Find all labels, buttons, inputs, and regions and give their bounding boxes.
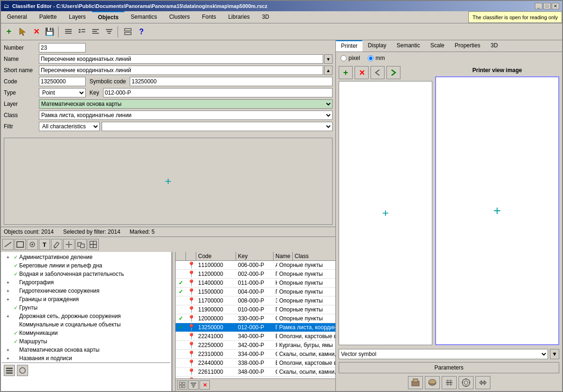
vertical-splitter[interactable]: ⋮ — [172, 252, 176, 391]
table-body[interactable]: 📍 11100000 006-000-P Астрономический пун… — [176, 261, 335, 378]
tab-clusters[interactable]: Clusters — [163, 11, 196, 23]
tree-item-names[interactable]: + ✓ Названия и подписи — [2, 354, 170, 362]
col-hdr-name[interactable]: Name — [274, 252, 293, 260]
bottom-icon-3[interactable] — [442, 376, 457, 389]
layers-button[interactable] — [122, 26, 134, 38]
table-clear-btn[interactable]: ✕ — [200, 380, 210, 390]
tab-3d-right[interactable]: 3D — [485, 40, 503, 52]
symbolic-code-input[interactable] — [130, 77, 333, 86]
tree-item-admin[interactable]: + ✓ Административное деление — [2, 253, 170, 261]
tab-3d[interactable]: 3D — [256, 11, 275, 23]
col-hdr-code[interactable]: Code — [196, 252, 236, 260]
tree-item-routes[interactable]: + ✓ Маршруты — [2, 337, 170, 346]
table-row[interactable]: 📍 11700000 008-000-P Знак межевой гранич… — [176, 296, 335, 305]
name-scroll-down[interactable]: ▼ — [324, 54, 333, 64]
table-row[interactable]: ✓ 📍 12000000 330-000-P Отметки высот Опо… — [176, 314, 335, 323]
tree-item-coast[interactable]: + ✓ Береговые линии и рельеф дна — [2, 261, 170, 270]
tab-semantics[interactable]: Semantics — [125, 11, 163, 23]
list2-button[interactable] — [76, 26, 88, 38]
tree-item-grunt[interactable]: - ✓ Грунты — [2, 303, 170, 312]
layer-select[interactable]: Математическая основа карты — [39, 99, 333, 109]
table-filter-btn[interactable] — [188, 380, 199, 390]
radio-mm-label[interactable]: mm — [368, 55, 385, 61]
list1-button[interactable] — [62, 26, 74, 38]
code-input[interactable] — [39, 77, 86, 86]
close-button[interactable]: ✕ — [552, 3, 559, 9]
tree-item-roads[interactable]: + ✓ Дорожная сеть, дорожные сооружения — [2, 312, 170, 320]
tab-semantic[interactable]: Semantic — [392, 40, 425, 52]
table-row[interactable]: 📍 22310000 334-000-P Скала - останец Ска… — [176, 350, 335, 359]
minimize-button[interactable]: _ — [535, 3, 542, 9]
tab-display[interactable]: Display — [363, 40, 391, 52]
tab-fonts[interactable]: Fonts — [196, 11, 222, 23]
tab-printer[interactable]: Printer — [336, 40, 363, 52]
table-row[interactable]: ✓ 📍 11400000 011-000-P Нивелирная марка,… — [176, 279, 335, 288]
tree-list-btn[interactable] — [4, 365, 15, 376]
table-row[interactable]: 📍 22440000 338-000-P Выход подземных газ… — [176, 359, 335, 368]
radio-pixel[interactable] — [341, 55, 347, 61]
table-row[interactable]: 📍 11900000 010-000-P Пункт закрепления с… — [176, 305, 335, 314]
table-row[interactable]: 📍 22611000 348-000-P Скопление камней Ск… — [176, 368, 335, 377]
table-grid-btn[interactable] — [177, 380, 187, 390]
draw-rect-btn[interactable] — [15, 239, 26, 250]
cursor-button[interactable] — [16, 26, 29, 38]
vector-symbol-select[interactable]: Vector symbol — [339, 349, 548, 359]
table-row[interactable]: 📍 22241000 340-000-P Воронка карстовая, … — [176, 332, 335, 341]
help-button[interactable]: ? — [135, 26, 148, 38]
tab-palette[interactable]: Palette — [33, 11, 63, 23]
col-hdr-key[interactable]: Key — [236, 252, 274, 260]
type-select[interactable]: Point — [39, 88, 86, 97]
draw-cross-btn[interactable] — [63, 239, 74, 250]
bottom-icon-1[interactable] — [408, 376, 423, 389]
tab-properties[interactable]: Properties — [450, 40, 486, 52]
draw-group-btn[interactable] — [88, 239, 99, 250]
tab-general[interactable]: General — [1, 11, 33, 23]
bottom-icon-target[interactable] — [459, 376, 474, 389]
name-input[interactable] — [39, 54, 323, 64]
back-printer-btn[interactable] — [370, 66, 385, 79]
filtr-value-select[interactable] — [102, 122, 333, 131]
list3-button[interactable] — [89, 26, 102, 38]
table-row-selected[interactable]: ✓ 📍 13250000 012-000-P Пересечение коорд… — [176, 323, 335, 332]
forward-printer-btn[interactable] — [386, 66, 400, 79]
key-input[interactable] — [103, 88, 333, 97]
short-name-scroll-up[interactable]: ▲ — [324, 66, 333, 75]
tab-objects[interactable]: Objects — [92, 11, 125, 23]
number-input[interactable] — [39, 43, 86, 52]
save-button[interactable]: 💾 — [44, 26, 56, 38]
table-row[interactable]: 📍 11100000 006-000-P Астрономический пун… — [176, 261, 335, 270]
bottom-icon-2[interactable] — [425, 376, 440, 389]
bottom-icon-arrows[interactable] — [475, 376, 490, 389]
tree-item-comm[interactable]: + ✓ Коммуникации — [2, 329, 170, 337]
table-row[interactable]: 📍 22250000 342-000-P Яма (естественного … — [176, 341, 335, 350]
class-select[interactable]: Рамка листа, координатные линии — [39, 111, 333, 120]
delete-printer-btn[interactable]: ✕ — [355, 66, 369, 79]
tree-item-borders[interactable]: + ✓ Границы и ограждения — [2, 295, 170, 303]
tree-item-hydrotec[interactable]: + ✓ Гидротехнические сооружения — [2, 287, 170, 295]
filter-button[interactable] — [103, 26, 115, 38]
draw-move-btn[interactable] — [75, 239, 87, 250]
tab-layers[interactable]: Layers — [63, 11, 92, 23]
short-name-input[interactable] — [39, 66, 323, 75]
tab-scale[interactable]: Scale — [425, 40, 450, 52]
table-row[interactable]: 📍 11200000 002-000-P Пункты ГГС Опорные … — [176, 270, 335, 279]
add-printer-btn[interactable]: + — [339, 66, 353, 79]
draw-edit-btn[interactable] — [51, 239, 62, 250]
add-button[interactable]: + — [3, 26, 15, 38]
tree-item-hydro[interactable]: + ✓ Гидрография — [2, 278, 170, 287]
maximize-button[interactable]: □ — [543, 3, 551, 9]
tree-item-math[interactable]: + ✓ Математическая основа карты — [2, 346, 170, 354]
tree-item-communal[interactable]: + ✓ Коммунальные и социальные объекты — [2, 320, 170, 329]
draw-text-btn[interactable]: T — [39, 239, 50, 250]
tree-filter-btn[interactable] — [17, 365, 28, 376]
delete-button[interactable]: ✕ — [30, 26, 42, 38]
col-hdr-class[interactable]: Class — [293, 252, 335, 260]
tab-libraries[interactable]: Libraries — [222, 11, 256, 23]
radio-mm[interactable] — [368, 55, 374, 61]
vector-symbol-dropdown-btn[interactable]: ▼ — [550, 349, 559, 359]
table-row[interactable]: ✓ 📍 11500000 004-000-P Пункт геодезическ… — [176, 288, 335, 296]
parameters-button[interactable]: Parameters — [339, 362, 559, 373]
radio-pixel-label[interactable]: pixel — [341, 55, 360, 61]
draw-point-btn[interactable] — [27, 239, 38, 250]
draw-line-btn[interactable] — [2, 239, 14, 250]
